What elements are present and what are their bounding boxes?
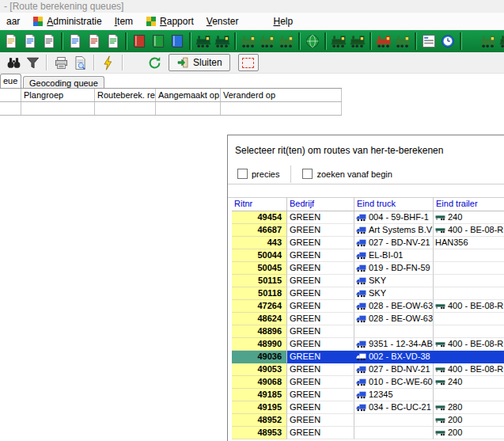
bedrijf-cell[interactable]: GREEN bbox=[287, 313, 354, 325]
tab-route-berekening-queue[interactable]: eue bbox=[0, 74, 21, 88]
rit-row[interactable]: 48952GREEN200 bbox=[232, 414, 504, 427]
bedrijf-cell[interactable]: GREEN bbox=[287, 275, 354, 287]
trailer-cell[interactable] bbox=[434, 287, 504, 300]
train-5-icon[interactable] bbox=[348, 32, 367, 51]
trailer-cell[interactable] bbox=[434, 275, 504, 287]
trailer-cell[interactable]: HAN356 bbox=[434, 237, 504, 249]
ritnr-cell[interactable]: 49053 bbox=[232, 363, 287, 376]
col-bedrijf[interactable]: Bedrijf bbox=[287, 197, 354, 211]
selection-marquee-button[interactable] bbox=[238, 54, 259, 71]
ritnr-cell[interactable]: 46687 bbox=[232, 224, 287, 237]
rit-row[interactable]: 48896GREEN bbox=[232, 325, 504, 338]
trailer-cell[interactable]: 240 bbox=[434, 211, 504, 224]
filter-icon[interactable] bbox=[23, 53, 42, 72]
truck-cell[interactable]: 12345 bbox=[354, 389, 434, 401]
bedrijf-cell[interactable]: GREEN bbox=[287, 325, 354, 338]
book-blue-icon[interactable] bbox=[168, 32, 187, 51]
ritnr-cell[interactable]: 49036 bbox=[232, 351, 287, 363]
open-doc-icon[interactable] bbox=[21, 32, 40, 51]
ritnr-cell[interactable]: 443 bbox=[232, 237, 287, 249]
precies-checkbox-group[interactable]: precies bbox=[237, 169, 279, 179]
rit-row[interactable]: 50118GREENSKY bbox=[232, 287, 504, 300]
train-1-icon[interactable] bbox=[239, 32, 258, 51]
train-8-icon[interactable] bbox=[498, 32, 504, 51]
train-3-icon[interactable] bbox=[277, 32, 296, 51]
col-eind-truck[interactable]: Eind truck bbox=[354, 197, 434, 211]
trailer-cell[interactable]: 200 bbox=[434, 427, 504, 439]
truck-cell[interactable]: 027 - BD-NV-21 bbox=[354, 237, 434, 249]
globe-icon[interactable] bbox=[303, 32, 322, 51]
ritnr-cell[interactable]: 49454 bbox=[232, 211, 287, 224]
bedrijf-cell[interactable]: GREEN bbox=[287, 351, 354, 363]
precies-checkbox[interactable] bbox=[237, 169, 248, 179]
truck-cell[interactable]: 028 - BE-OW-63 bbox=[354, 313, 434, 325]
plan-doc-icon[interactable] bbox=[66, 32, 85, 51]
save-doc-icon[interactable] bbox=[40, 32, 59, 51]
train-dark-1-icon[interactable] bbox=[194, 32, 213, 51]
bedrijf-cell[interactable]: GREEN bbox=[287, 300, 354, 313]
trailer-cell[interactable]: 400 - BE-08-R1 bbox=[434, 300, 504, 313]
print-icon[interactable] bbox=[51, 53, 70, 72]
trailer-cell[interactable] bbox=[434, 389, 504, 401]
rit-row[interactable]: 443GREEN027 - BD-NV-21HAN356 bbox=[232, 237, 504, 249]
refresh-icon[interactable] bbox=[145, 53, 164, 72]
train-6-icon[interactable] bbox=[393, 32, 412, 51]
ritnr-cell[interactable]: 48990 bbox=[232, 338, 287, 351]
rit-row[interactable]: 47264GREEN028 - BE-OW-63400 - BE-08-R1 bbox=[232, 300, 504, 313]
truck-cell[interactable]: EL-BI-01 bbox=[354, 249, 434, 262]
rit-row[interactable]: 49454GREEN004 - 59-BHF-1240 bbox=[232, 211, 504, 224]
trailer-cell[interactable]: 240 bbox=[434, 376, 504, 389]
rit-row[interactable]: 49068GREEN010 - BC-WE-60240 bbox=[232, 376, 504, 389]
train-2-icon[interactable] bbox=[258, 32, 277, 51]
queue-col-veranderd[interactable]: Veranderd op bbox=[221, 89, 342, 101]
rit-row[interactable]: 49053GREEN027 - BD-NV-21400 - BE-08-R1 bbox=[232, 363, 504, 376]
truck-cell[interactable]: 004 - 59-BHF-1 bbox=[354, 211, 434, 224]
clock-icon[interactable] bbox=[438, 32, 457, 51]
new-doc-icon[interactable] bbox=[2, 32, 21, 51]
menu-item-administratie[interactable]: Administratie bbox=[26, 14, 108, 29]
find-binoculars-icon[interactable] bbox=[4, 53, 23, 72]
ritnr-cell[interactable]: 48896 bbox=[232, 325, 287, 338]
truck-cell[interactable]: 034 - BC-UC-21 bbox=[354, 401, 434, 414]
queue-col-routeberek[interactable]: Routeberek. re bbox=[95, 89, 156, 101]
truck-cell[interactable]: 028 - BE-OW-63 bbox=[354, 300, 434, 313]
ritnr-cell[interactable]: 48952 bbox=[232, 414, 287, 427]
train-red-icon[interactable] bbox=[374, 32, 393, 51]
menu-item-rapport[interactable]: Rapport bbox=[139, 14, 200, 29]
truck-cell[interactable]: SKY bbox=[354, 287, 434, 300]
ritnr-cell[interactable]: 49195 bbox=[232, 401, 287, 414]
report-doc-icon[interactable] bbox=[104, 32, 123, 51]
ritnr-cell[interactable]: 49068 bbox=[232, 376, 287, 389]
truck-cell[interactable] bbox=[354, 414, 434, 427]
truck-cell[interactable] bbox=[354, 427, 434, 439]
trailer-cell[interactable]: 400 - BE-08-R1 bbox=[434, 224, 504, 237]
bedrijf-cell[interactable]: GREEN bbox=[287, 287, 354, 300]
book-green-icon[interactable] bbox=[149, 32, 168, 51]
trailer-cell[interactable]: 400 - BE-08-R1 bbox=[434, 363, 504, 376]
book-red-icon[interactable] bbox=[130, 32, 149, 51]
zoeken-checkbox[interactable] bbox=[302, 169, 313, 179]
train-4-icon[interactable] bbox=[329, 32, 348, 51]
menu-item-venster[interactable]: Venster bbox=[200, 14, 245, 29]
ritnr-cell[interactable]: 50044 bbox=[232, 249, 287, 262]
trailer-cell[interactable] bbox=[434, 262, 504, 275]
copy-doc-icon[interactable] bbox=[85, 32, 104, 51]
bedrijf-cell[interactable]: GREEN bbox=[287, 249, 354, 262]
ritnr-cell[interactable]: 50045 bbox=[232, 262, 287, 275]
bedrijf-cell[interactable]: GREEN bbox=[287, 427, 354, 439]
bedrijf-cell[interactable]: GREEN bbox=[287, 414, 354, 427]
truck-cell[interactable]: SKY bbox=[354, 275, 434, 287]
list-icon[interactable] bbox=[419, 32, 438, 51]
trailer-cell[interactable]: 200 bbox=[434, 414, 504, 427]
rit-row[interactable]: 46687GREENArt Systems B.V400 - BE-08-R1 bbox=[232, 224, 504, 237]
truck-cell[interactable]: 9351 - 12-34-AB bbox=[354, 338, 434, 351]
rit-row[interactable]: 48990GREEN9351 - 12-34-AB400 - BE-08-R1 bbox=[232, 338, 504, 351]
ritnr-cell[interactable]: 48624 bbox=[232, 313, 287, 325]
bedrijf-cell[interactable]: GREEN bbox=[287, 338, 354, 351]
truck-cell[interactable]: 010 - BC-WE-60 bbox=[354, 376, 434, 389]
trailer-cell[interactable] bbox=[434, 313, 504, 325]
truck-cell[interactable]: 002 - BX-VD-38 bbox=[354, 351, 434, 363]
trailer-cell[interactable]: 280 bbox=[434, 401, 504, 414]
ritnr-cell[interactable]: 49185 bbox=[232, 389, 287, 401]
bedrijf-cell[interactable]: GREEN bbox=[287, 237, 354, 249]
